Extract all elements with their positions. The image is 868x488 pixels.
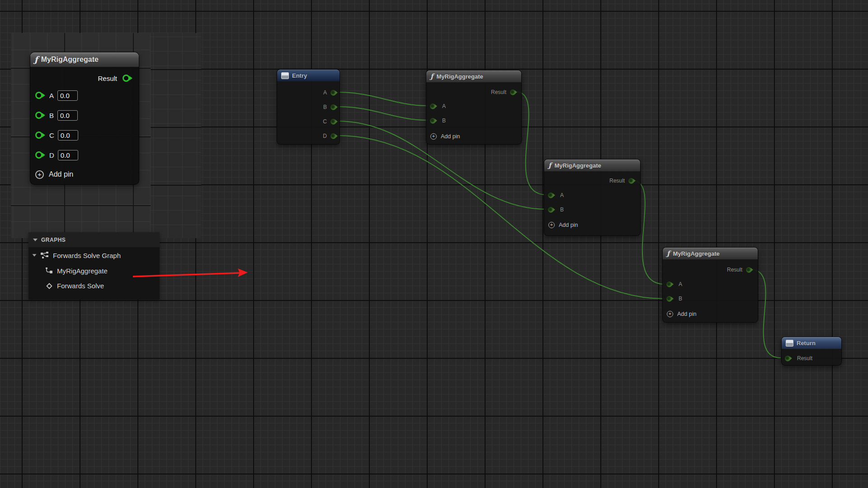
node-title: MyRigAggregate	[436, 73, 483, 80]
pin-label-d: D	[323, 133, 327, 139]
add-pin-row[interactable]: Add pin	[548, 220, 578, 230]
node-myrigaggregate-3[interactable]: ƒ MyRigAggregate Result A B Add pin	[662, 247, 758, 323]
pin-row-result: Result	[491, 87, 515, 97]
pin-row-result: Result	[785, 353, 812, 363]
pin-row-b: B	[667, 294, 682, 304]
inset-grid-background-2	[151, 33, 201, 238]
node-header[interactable]: ƒ MyRigAggregate	[544, 160, 640, 171]
pin-row-c: C	[323, 117, 336, 127]
node-header[interactable]: Entry	[277, 70, 340, 81]
collapsed-graph-icon	[786, 340, 793, 347]
add-pin-row[interactable]: Add pin	[667, 309, 696, 319]
value-field-b[interactable]	[57, 110, 78, 121]
node-header[interactable]: ƒ MyRigAggregate	[30, 52, 139, 67]
result-pin[interactable]	[629, 178, 634, 183]
graphs-panel-header[interactable]: GRAPHS	[28, 232, 160, 247]
pin-row-result: Result	[98, 73, 130, 83]
add-pin-row[interactable]: Add pin	[35, 169, 73, 179]
add-pin-label: Add pin	[441, 133, 460, 140]
node-header[interactable]: ƒ MyRigAggregate	[663, 248, 758, 259]
graphs-panel: GRAPHS Forwards Solve Graph	[28, 232, 160, 300]
input-pin-a[interactable]	[667, 282, 672, 287]
function-subgraph-icon	[46, 267, 53, 274]
pin-label-a: A	[679, 281, 682, 287]
pin-label-result: Result	[491, 89, 506, 95]
result-pin[interactable]	[123, 75, 130, 82]
input-pin-b[interactable]	[35, 112, 42, 119]
add-pin-icon[interactable]	[548, 222, 555, 228]
node-title: Return	[797, 340, 816, 347]
input-pin-b[interactable]	[430, 118, 435, 123]
node-return[interactable]: Return Result	[781, 337, 842, 366]
add-pin-label: Add pin	[677, 311, 696, 317]
node-myrigaggregate-1[interactable]: ƒ MyRigAggregate Result A B Add pin	[426, 70, 522, 145]
pin-row-d: D	[35, 150, 78, 160]
pin-row-a: A	[548, 190, 564, 200]
node-entry[interactable]: Entry A B C D	[277, 69, 340, 145]
pin-label-result: Result	[727, 267, 742, 273]
input-pin-c[interactable]	[35, 131, 42, 139]
result-pin[interactable]	[510, 90, 515, 95]
pin-label-a: A	[442, 103, 446, 109]
pin-row-b: B	[323, 102, 336, 112]
add-pin-label: Add pin	[49, 170, 73, 178]
graphs-panel-title: GRAPHS	[41, 237, 66, 243]
input-pin-d[interactable]	[35, 151, 42, 159]
value-field-d[interactable]	[58, 150, 78, 160]
function-icon: ƒ	[34, 56, 38, 64]
pin-label-c: C	[49, 131, 54, 139]
input-pin-b[interactable]	[667, 296, 672, 301]
wire-entry-a-to-agg1-a[interactable]	[338, 92, 428, 106]
input-pin-a[interactable]	[35, 92, 42, 99]
input-pin-result[interactable]	[785, 356, 790, 361]
add-pin-icon[interactable]	[35, 170, 44, 179]
value-field-a[interactable]	[57, 90, 78, 101]
add-pin-row[interactable]: Add pin	[430, 131, 460, 141]
graph-icon	[41, 252, 49, 259]
function-icon: ƒ	[430, 73, 433, 80]
graph-canvas[interactable]: ƒ MyRigAggregate Result A B C D	[0, 0, 868, 488]
pin-label-result: Result	[797, 355, 812, 361]
input-pin-a[interactable]	[548, 193, 553, 198]
add-pin-icon[interactable]	[667, 311, 673, 317]
pin-row-a: A	[35, 90, 78, 100]
solve-diamond-icon	[46, 282, 53, 290]
output-pin-d[interactable]	[331, 134, 336, 139]
output-pin-b[interactable]	[331, 105, 336, 110]
result-pin[interactable]	[746, 267, 751, 272]
pin-row-b: B	[430, 116, 446, 126]
output-pin-c[interactable]	[331, 119, 336, 124]
graph-item-label: Forwards Solve	[57, 282, 104, 290]
wire-entry-b-to-agg1-b[interactable]	[338, 107, 428, 120]
node-title: Entry	[292, 72, 307, 79]
add-pin-label: Add pin	[559, 222, 578, 228]
node-title: MyRigAggregate	[554, 162, 601, 169]
input-pin-b[interactable]	[548, 207, 553, 212]
node-header[interactable]: Return	[782, 337, 841, 349]
graph-item-forwards-solve[interactable]: Forwards Solve	[28, 278, 160, 293]
pin-label-a: A	[323, 89, 327, 96]
function-icon: ƒ	[548, 162, 551, 169]
pin-label-result: Result	[98, 75, 117, 82]
node-title: MyRigAggregate	[41, 56, 99, 64]
pin-label-result: Result	[609, 178, 625, 184]
input-pin-a[interactable]	[430, 104, 435, 109]
pin-label-a: A	[49, 92, 54, 99]
pin-label-c: C	[323, 118, 327, 125]
value-field-c[interactable]	[58, 130, 78, 141]
add-pin-icon[interactable]	[430, 133, 437, 140]
pin-label-b: B	[679, 296, 682, 302]
pin-label-b: B	[323, 104, 327, 110]
pin-row-result: Result	[609, 176, 634, 186]
node-myrigaggregate-preview[interactable]: ƒ MyRigAggregate Result A B C D	[30, 52, 139, 185]
pin-label-a: A	[560, 192, 564, 198]
node-myrigaggregate-2[interactable]: ƒ MyRigAggregate Result A B Add pin	[544, 159, 641, 236]
graph-item-forwards-solve-graph[interactable]: Forwards Solve Graph	[28, 247, 160, 263]
pin-row-result: Result	[727, 265, 751, 275]
node-header[interactable]: ƒ MyRigAggregate	[426, 70, 521, 82]
output-pin-a[interactable]	[331, 90, 336, 95]
pin-row-c: C	[35, 130, 78, 140]
collapsed-graph-icon	[281, 72, 289, 79]
graph-item-myrigaggregate[interactable]: MyRigAggregate	[28, 263, 160, 278]
graph-item-label: MyRigAggregate	[57, 267, 108, 275]
